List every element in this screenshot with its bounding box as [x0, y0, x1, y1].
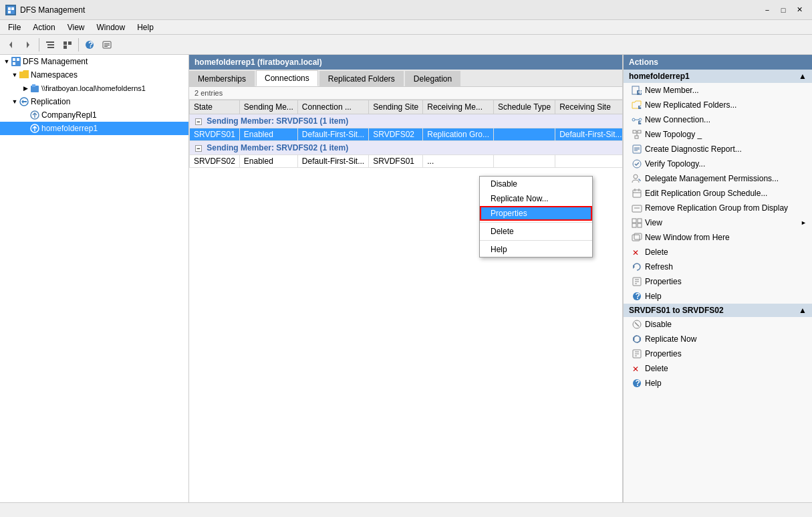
ctx-help[interactable]: Help [480, 242, 592, 257]
tab-connections[interactable]: Connections [256, 70, 318, 86]
actions-section-homefolderrep1[interactable]: homefolderrep1 ▲ [624, 70, 812, 83]
view-submenu-arrow: ► [801, 219, 807, 226]
props-icon2 [632, 348, 642, 359]
col-sending-me[interactable]: Sending Me... [239, 100, 297, 114]
action-properties-label: Properties [645, 277, 682, 286]
connections-table: State Sending Me... Connection ... Sendi… [189, 100, 622, 168]
col-sending-site[interactable]: Sending Site [369, 100, 423, 114]
action-new-member[interactable]: + New Member... [624, 83, 812, 98]
action-delete2[interactable]: ✕ Delete [624, 361, 812, 376]
forward-button[interactable] [20, 37, 36, 53]
action-new-topology[interactable]: New Topology _ [624, 127, 812, 142]
tree-item-namespaces[interactable]: ▼ Namespaces [0, 68, 188, 82]
context-menu: Disable Replicate Now... Properties Dele… [479, 176, 593, 257]
expand-dfs[interactable]: ▼ [3, 58, 11, 66]
action-properties[interactable]: Properties [624, 274, 812, 289]
expand-namespaces[interactable]: ▼ [11, 71, 19, 79]
dfs-mgmt-icon [11, 56, 21, 67]
cell-receiving-site: Default-First-Sit... [555, 128, 622, 141]
namespaces-icon [19, 70, 29, 80]
action-delete[interactable]: ✕ Delete [624, 245, 812, 260]
action-remove-replication-label: Remove Replication Group from Display [645, 203, 788, 213]
action-refresh[interactable]: Refresh [624, 260, 812, 274]
expand-homefolderrep1[interactable] [21, 124, 29, 132]
svg-rect-57 [638, 223, 642, 227]
action-replicate-now[interactable]: Replicate Now [624, 332, 812, 346]
help-button[interactable]: ? [82, 37, 98, 53]
main-layout: ▼ DFS Management ▼ Namespaces ▶ \\firatb… [0, 55, 812, 517]
action-help[interactable]: ? Help [624, 289, 812, 304]
action-verify-topology[interactable]: Verify Topology... [624, 157, 812, 171]
ctx-properties[interactable]: Properties [480, 206, 592, 221]
maximize-button[interactable]: □ [776, 3, 791, 17]
expand-replication[interactable]: ▼ [11, 98, 19, 106]
tree-label-namespaces: Namespaces [31, 70, 78, 80]
svg-text:+: + [640, 118, 643, 125]
minimize-button[interactable]: − [760, 3, 775, 17]
action-edit-schedule-label: Edit Replication Group Schedule... [645, 189, 767, 198]
expand-companyrep1[interactable] [21, 111, 29, 119]
action-new-topology-label: New Topology _ [645, 130, 702, 139]
actions-section-srvdfs01-srvdfs02[interactable]: SRVDFS01 to SRVDFS02 ▲ [624, 304, 812, 317]
col-receiving-site[interactable]: Receiving Site [555, 100, 622, 114]
tree-item-dfs-management[interactable]: ▼ DFS Management [0, 55, 188, 68]
action-delete-label: Delete [645, 247, 668, 257]
delete-icon: ✕ [632, 247, 642, 257]
actions-panel: Actions homefolderrep1 ▲ + New Member...… [623, 55, 812, 517]
action-new-window-label: New Window from Here [645, 233, 730, 242]
props-icon [632, 276, 642, 287]
ctx-disable[interactable]: Disable [480, 177, 592, 191]
collapse-group2[interactable]: − [195, 145, 202, 152]
tree-label-homefolderns1: \\firatboyan.local\homefolderns1 [41, 84, 146, 92]
close-button[interactable]: ✕ [792, 3, 807, 17]
tree-item-companyrep1[interactable]: CompanyRepl1 [0, 108, 188, 122]
action-new-replicated-folders[interactable]: + New Replicated Folders... [624, 98, 812, 112]
view-button[interactable] [59, 37, 76, 53]
group2-label: Sending Member: SRVDFS02 (1 item) [207, 143, 348, 152]
action-new-connection[interactable]: + New Connection... [624, 112, 812, 127]
center-panel: homefolderrep1 (firatboyan.local) Member… [189, 55, 623, 517]
action-properties2[interactable]: Properties [624, 346, 812, 361]
table-row[interactable]: SRVDFS02 Enabled Default-First-Sit... SR… [190, 155, 623, 168]
tree-item-homefolderrep1[interactable]: homefolderrep1 [0, 122, 188, 135]
menu-view[interactable]: View [62, 20, 90, 34]
ctx-separator-1 [480, 222, 592, 223]
collapse-section2-icon: ▲ [799, 306, 807, 315]
show-tree-button[interactable] [42, 37, 58, 53]
tree-item-homefolderns1[interactable]: ▶ \\firatboyan.local\homefolderns1 [0, 82, 188, 95]
action-remove-replication[interactable]: Remove Replication Group from Display [624, 201, 812, 215]
menu-window[interactable]: Window [92, 20, 131, 34]
action-create-diagnostic[interactable]: Create Diagnostic Report... [624, 142, 812, 157]
action-help2[interactable]: ? Help [624, 376, 812, 391]
menu-action[interactable]: Action [27, 20, 60, 34]
help2-button[interactable] [99, 37, 115, 53]
action-new-window[interactable]: New Window from Here [624, 230, 812, 245]
col-receiving-me[interactable]: Receiving Me... [423, 100, 494, 114]
expand-homefolderns1[interactable]: ▶ [21, 84, 29, 92]
col-connection[interactable]: Connection ... [297, 100, 368, 114]
tab-delegation[interactable]: Delegation [405, 71, 460, 86]
col-schedule-type[interactable]: Schedule Type [494, 100, 555, 114]
collapse-group1[interactable]: − [195, 118, 202, 125]
menu-help[interactable]: Help [132, 20, 159, 34]
homefolderns1-icon [29, 83, 40, 94]
svg-point-47 [634, 175, 638, 179]
help-icon: ? [632, 291, 642, 302]
menu-file[interactable]: File [3, 20, 26, 34]
cell-connection: Default-First-Sit... [297, 128, 368, 141]
tab-memberships[interactable]: Memberships [189, 71, 255, 86]
col-state[interactable]: State [190, 100, 240, 114]
ctx-replicate-now[interactable]: Replicate Now... [480, 191, 592, 206]
tree-item-replication[interactable]: ▼ Replication [0, 95, 188, 108]
action-edit-schedule[interactable]: Edit Replication Group Schedule... [624, 186, 812, 201]
group1-label: Sending Member: SRVDFS01 (1 item) [207, 116, 348, 126]
action-disable2[interactable]: Disable [624, 317, 812, 332]
svg-line-69 [635, 322, 639, 326]
table-row[interactable]: SRVDFS01 Enabled Default-First-Sit... SR… [190, 128, 623, 141]
action-delegate-mgmt[interactable]: Delegate Management Permissions... [624, 171, 812, 186]
tab-replicated-folders[interactable]: Replicated Folders [319, 71, 404, 86]
action-view[interactable]: View ► [624, 215, 812, 230]
ctx-delete[interactable]: Delete [480, 224, 592, 239]
action-view-label: View [645, 218, 662, 227]
back-button[interactable] [3, 37, 19, 53]
